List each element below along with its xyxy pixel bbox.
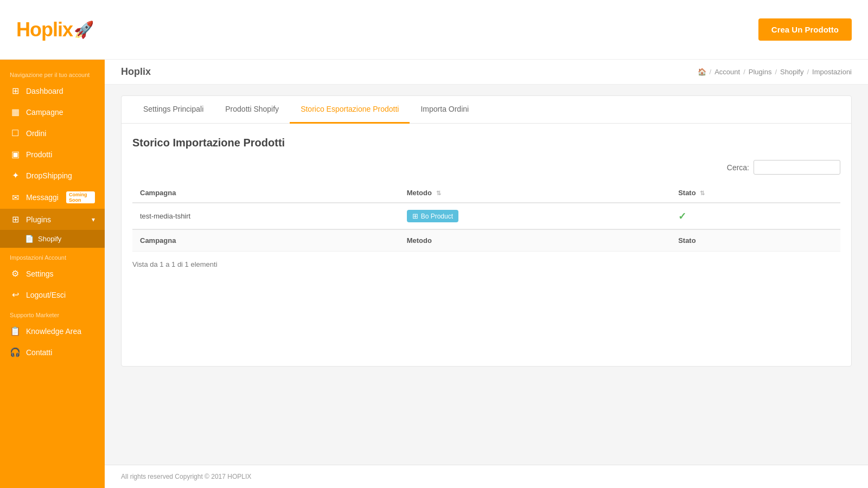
- account-section-label: Impostazioni Account: [0, 248, 105, 263]
- footer-metodo: Metodo: [399, 229, 671, 252]
- sidebar-item-label: Messaggi: [26, 193, 59, 202]
- knowledge-icon: 📋: [10, 326, 21, 336]
- tab-settings-principali[interactable]: Settings Principali: [132, 96, 214, 124]
- col-metodo: Metodo ⇅: [399, 183, 671, 203]
- sidebar-item-label: Campagne: [26, 108, 63, 117]
- breadcrumb-account[interactable]: Account: [714, 68, 740, 76]
- breadcrumb-current: Impostazioni: [812, 68, 852, 76]
- table-row: test-media-tshirt ⊞ Bo Product ✓: [132, 203, 840, 229]
- support-section-label: Supporto Marketer: [0, 305, 105, 320]
- pagination-info: Vista da 1 a 1 di 1 elementi: [132, 260, 840, 268]
- logo-rocket-icon: 🚀: [74, 20, 94, 39]
- search-row: Cerca:: [132, 160, 840, 175]
- campagne-icon: ▦: [10, 107, 21, 117]
- content-area: Settings Principali Prodotti Shopify Sto…: [105, 85, 868, 465]
- data-table: Campagna Metodo ⇅ Stato ⇅: [132, 183, 840, 252]
- breadcrumb-sep: /: [710, 68, 712, 76]
- sidebar-item-shopify[interactable]: 📄 Shopify: [0, 230, 105, 248]
- sidebar-item-label: Plugins: [26, 215, 51, 224]
- logo-area: Hoplix 🚀: [16, 18, 94, 41]
- sidebar-item-label: Contatti: [26, 348, 52, 357]
- sort-icon: ⇅: [700, 190, 705, 196]
- nav-section-label: Navigazione per il tuo account: [0, 65, 105, 80]
- breadcrumb: 🏠 / Account / Plugins / Shopify / Impost…: [698, 68, 852, 76]
- tabs-bar: Settings Principali Prodotti Shopify Sto…: [122, 96, 851, 124]
- sidebar-item-label: Dashboard: [26, 87, 63, 95]
- table-header-row: Campagna Metodo ⇅ Stato ⇅: [132, 183, 840, 203]
- sidebar-item-messaggi[interactable]: ✉ Messaggi Coming Soon: [0, 186, 105, 209]
- tab-importa-ordini[interactable]: Importa Ordini: [410, 96, 480, 124]
- messaggi-icon: ✉: [10, 192, 21, 203]
- search-input[interactable]: [754, 160, 840, 175]
- sidebar-item-dropshipping[interactable]: ✦ DropShipping: [0, 165, 105, 186]
- cell-stato: ✓: [671, 203, 840, 229]
- plugins-icon: ⊞: [10, 214, 21, 224]
- dashboard-icon: ⊞: [10, 86, 21, 96]
- check-icon: ✓: [678, 211, 686, 222]
- sidebar-item-settings[interactable]: ⚙ Settings: [0, 263, 105, 284]
- dropshipping-icon: ✦: [10, 170, 21, 181]
- breadcrumb-sep: /: [743, 68, 745, 76]
- sidebar-item-dashboard[interactable]: ⊞ Dashboard: [0, 80, 105, 101]
- sidebar-item-prodotti[interactable]: ▣ Prodotti: [0, 144, 105, 165]
- sidebar-item-plugins[interactable]: ⊞ Plugins ▾: [0, 209, 105, 230]
- sidebar-item-label: Knowledge Area: [26, 327, 81, 336]
- sidebar-item-label: Logout/Esci: [26, 291, 66, 299]
- sidebar-item-label: DropShipping: [26, 171, 72, 180]
- sidebar: Navigazione per il tuo account ⊞ Dashboa…: [0, 60, 105, 488]
- tab-prodotti-shopify[interactable]: Prodotti Shopify: [214, 96, 290, 124]
- sidebar-item-ordini[interactable]: ☐ Ordini: [0, 123, 105, 144]
- layout: Navigazione per il tuo account ⊞ Dashboa…: [0, 60, 868, 488]
- chevron-down-icon: ▾: [92, 216, 95, 223]
- footer-stato: Stato: [671, 229, 840, 252]
- content-card: Settings Principali Prodotti Shopify Sto…: [121, 95, 852, 367]
- sidebar-item-label: Settings: [26, 269, 54, 278]
- table-footer-row: Campagna Metodo Stato: [132, 229, 840, 252]
- col-campagna: Campagna: [132, 183, 399, 203]
- sidebar-sub-menu: 📄 Shopify: [0, 230, 105, 248]
- breadcrumb-plugins[interactable]: Plugins: [749, 68, 772, 76]
- col-stato: Stato ⇅: [671, 183, 840, 203]
- prodotti-icon: ▣: [10, 149, 21, 159]
- sidebar-item-logout[interactable]: ↩ Logout/Esci: [0, 284, 105, 305]
- tab-storico-esportazione[interactable]: Storico Esportazione Prodotti: [290, 96, 410, 124]
- breadcrumb-sep: /: [807, 68, 809, 76]
- page-title: Hoplix: [121, 66, 151, 78]
- ordini-icon: ☐: [10, 128, 21, 138]
- contatti-icon: 🎧: [10, 347, 21, 357]
- breadcrumb-bar: Hoplix 🏠 / Account / Plugins / Shopify /…: [105, 60, 868, 85]
- search-label: Cerca:: [727, 163, 749, 172]
- logout-icon: ↩: [10, 290, 21, 300]
- cell-metodo: ⊞ Bo Product: [399, 203, 671, 229]
- main-content: Hoplix 🏠 / Account / Plugins / Shopify /…: [105, 60, 868, 488]
- sidebar-item-label: Prodotti: [26, 150, 52, 159]
- home-icon[interactable]: 🏠: [698, 68, 706, 76]
- coming-soon-badge: Coming Soon: [66, 191, 95, 203]
- sidebar-sub-label: Shopify: [38, 235, 61, 243]
- breadcrumb-shopify[interactable]: Shopify: [780, 68, 803, 76]
- footer-campagna: Campagna: [132, 229, 399, 252]
- section-content: Storico Importazione Prodotti Cerca: Cam…: [122, 124, 851, 281]
- top-header: Hoplix 🚀 Crea Un Prodotto: [0, 0, 868, 60]
- sidebar-item-contatti[interactable]: 🎧 Contatti: [0, 342, 105, 363]
- method-badge: ⊞ Bo Product: [407, 210, 458, 222]
- logo-text: Hoplix: [16, 18, 73, 41]
- footer: All rights reserved Copyright © 2017 HOP…: [105, 465, 868, 488]
- crea-prodotto-button[interactable]: Crea Un Prodotto: [758, 18, 852, 41]
- breadcrumb-sep: /: [775, 68, 777, 76]
- sidebar-item-knowledge[interactable]: 📋 Knowledge Area: [0, 320, 105, 342]
- sidebar-item-campagne[interactable]: ▦ Campagne: [0, 101, 105, 123]
- sidebar-item-label: Ordini: [26, 129, 46, 138]
- sort-icon: ⇅: [436, 190, 441, 196]
- settings-icon: ⚙: [10, 268, 21, 279]
- shopify-icon: 📄: [25, 235, 34, 243]
- cell-campagna: test-media-tshirt: [132, 203, 399, 229]
- product-icon: ⊞: [412, 212, 418, 220]
- section-title: Storico Importazione Prodotti: [132, 137, 840, 149]
- copyright-text: All rights reserved Copyright © 2017 HOP…: [121, 473, 251, 480]
